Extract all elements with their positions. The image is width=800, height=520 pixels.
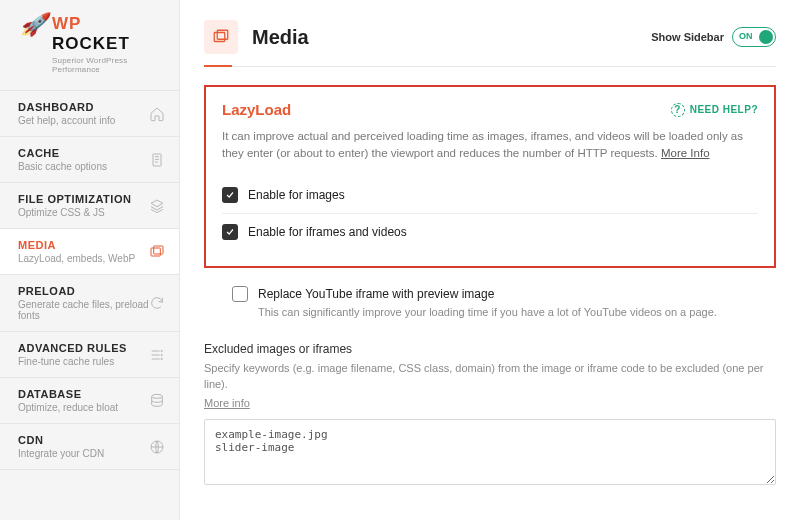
sidebar-item-media[interactable]: MEDIA LazyLoad, embeds, WebP bbox=[0, 228, 179, 274]
sidebar-item-sub: Integrate your CDN bbox=[18, 448, 104, 459]
rocket-icon: 🚀 bbox=[20, 14, 46, 36]
panel-title: LazyLoad bbox=[222, 101, 291, 118]
sidebar-item-label: DASHBOARD bbox=[18, 101, 115, 113]
sidebar-nav: DASHBOARD Get help, account info CACHE B… bbox=[0, 90, 179, 470]
sidebar-item-sub: LazyLoad, embeds, WebP bbox=[18, 253, 135, 264]
sidebar: 🚀 WP ROCKET Superior WordPress Performan… bbox=[0, 0, 180, 520]
sidebar-item-file-optimization[interactable]: FILE OPTIMIZATION Optimize CSS & JS bbox=[0, 182, 179, 228]
doc-icon bbox=[149, 152, 165, 168]
lazyload-panel: LazyLoad ? NEED HELP? It can improve act… bbox=[204, 85, 776, 268]
sidebar-item-database[interactable]: DATABASE Optimize, reduce bloat bbox=[0, 377, 179, 423]
sidebar-item-cdn[interactable]: CDN Integrate your CDN bbox=[0, 423, 179, 470]
enable-iframes-row[interactable]: Enable for iframes and videos bbox=[222, 213, 758, 250]
show-sidebar-toggle[interactable]: ON bbox=[732, 27, 776, 47]
show-sidebar-label: Show Sidebar bbox=[651, 31, 724, 43]
lazyload-description: It can improve actual and perceived load… bbox=[222, 128, 758, 163]
page-title: Media bbox=[252, 26, 309, 49]
globe-icon bbox=[149, 439, 165, 455]
enable-images-row[interactable]: Enable for images bbox=[222, 177, 758, 213]
svg-point-6 bbox=[152, 394, 163, 398]
sidebar-item-label: CACHE bbox=[18, 147, 107, 159]
excluded-title: Excluded images or iframes bbox=[204, 342, 776, 356]
checkbox-enable-iframes[interactable] bbox=[222, 224, 238, 240]
svg-rect-1 bbox=[151, 248, 160, 256]
toggle-knob-icon bbox=[759, 30, 773, 44]
sidebar-item-sub: Optimize CSS & JS bbox=[18, 207, 131, 218]
svg-point-4 bbox=[161, 354, 162, 355]
main-content: Media Show Sidebar ON LazyLoad ? NEED HE… bbox=[180, 0, 800, 520]
svg-rect-8 bbox=[214, 33, 225, 42]
checkbox-label: Replace YouTube iframe with preview imag… bbox=[258, 287, 494, 301]
checkbox-label: Enable for iframes and videos bbox=[248, 225, 407, 239]
excluded-textarea[interactable] bbox=[204, 419, 776, 485]
sidebar-item-sub: Fine-tune cache rules bbox=[18, 356, 127, 367]
brand-name: WP ROCKET bbox=[52, 14, 163, 54]
more-info-link[interactable]: More Info bbox=[661, 147, 710, 159]
need-help-label: NEED HELP? bbox=[690, 104, 758, 115]
images-icon bbox=[149, 244, 165, 260]
sliders-icon bbox=[149, 347, 165, 363]
checkbox-youtube-preview[interactable] bbox=[232, 286, 248, 302]
youtube-option: Replace YouTube iframe with preview imag… bbox=[232, 282, 776, 328]
sidebar-item-cache[interactable]: CACHE Basic cache options bbox=[0, 136, 179, 182]
sidebar-item-preload[interactable]: PRELOAD Generate cache files, preload fo… bbox=[0, 274, 179, 331]
sidebar-item-label: DATABASE bbox=[18, 388, 118, 400]
refresh-icon bbox=[149, 295, 165, 311]
excluded-desc: Specify keywords (e.g. image filename, C… bbox=[204, 360, 776, 412]
sidebar-item-label: MEDIA bbox=[18, 239, 135, 251]
page-icon bbox=[204, 20, 238, 54]
sidebar-item-label: CDN bbox=[18, 434, 104, 446]
svg-point-3 bbox=[161, 350, 162, 351]
excluded-section: Excluded images or iframes Specify keywo… bbox=[204, 342, 776, 489]
sidebar-item-sub: Optimize, reduce bloat bbox=[18, 402, 118, 413]
svg-point-5 bbox=[161, 358, 162, 359]
brand-logo: 🚀 WP ROCKET Superior WordPress Performan… bbox=[0, 0, 179, 78]
question-icon: ? bbox=[671, 103, 685, 117]
more-info-link[interactable]: More info bbox=[204, 395, 250, 412]
sidebar-item-label: ADVANCED RULES bbox=[18, 342, 127, 354]
home-icon bbox=[149, 106, 165, 122]
tab-indicator bbox=[204, 66, 776, 67]
sidebar-item-advanced-rules[interactable]: ADVANCED RULES Fine-tune cache rules bbox=[0, 331, 179, 377]
sidebar-item-sub: Basic cache options bbox=[18, 161, 107, 172]
sidebar-item-label: PRELOAD bbox=[18, 285, 149, 297]
svg-rect-2 bbox=[154, 246, 163, 254]
need-help-link[interactable]: ? NEED HELP? bbox=[671, 103, 758, 117]
checkbox-enable-images[interactable] bbox=[222, 187, 238, 203]
layers-icon bbox=[149, 198, 165, 214]
sidebar-item-dashboard[interactable]: DASHBOARD Get help, account info bbox=[0, 90, 179, 136]
sidebar-item-label: FILE OPTIMIZATION bbox=[18, 193, 131, 205]
sidebar-item-sub: Get help, account info bbox=[18, 115, 115, 126]
svg-rect-0 bbox=[153, 154, 161, 166]
checkbox-label: Enable for images bbox=[248, 188, 345, 202]
brand-tagline: Superior WordPress Performance bbox=[52, 56, 163, 74]
sidebar-item-sub: Generate cache files, preload fonts bbox=[18, 299, 149, 321]
database-icon bbox=[149, 393, 165, 409]
svg-rect-9 bbox=[217, 30, 228, 39]
youtube-desc: This can significantly improve your load… bbox=[258, 306, 776, 318]
